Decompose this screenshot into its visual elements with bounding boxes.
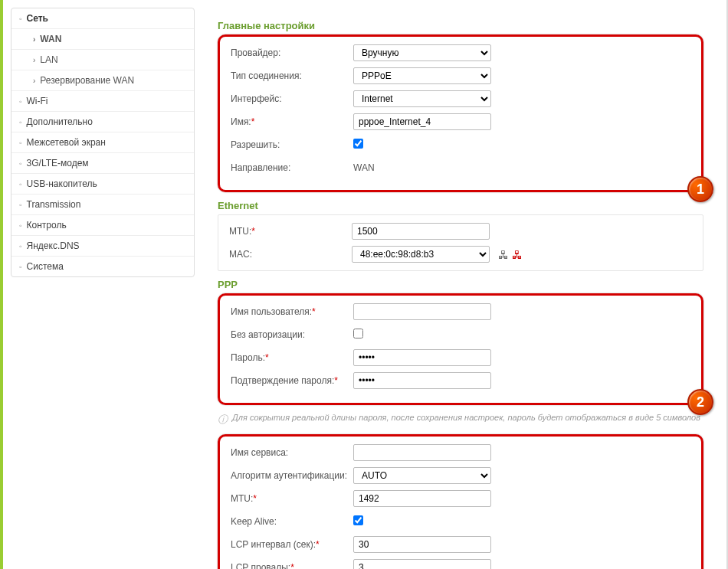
label-noauth: Без авторизации: [231,329,353,340]
nav-list: Сеть WAN LAN Резервирование WAN Wi-Fi До… [11,8,195,277]
sidebar-item-yandex-dns[interactable]: Яндекс.DNS [11,236,194,257]
label-direction: Направление: [231,162,353,173]
label-ppp-user: Имя пользователя:* [231,306,353,317]
label-auth-algo: Алгоритм аутентификации: [231,470,353,481]
input-ppp-pass[interactable] [353,349,491,366]
sidebar-item-firewall[interactable]: Межсетевой экран [11,132,194,153]
label-keepalive: Keep Alive: [231,516,353,527]
label-ppp-pass: Пароль:* [231,352,353,363]
label-conn-type: Тип соединения: [231,70,353,81]
sidebar: Сеть WAN LAN Резервирование WAN Wi-Fi До… [3,8,202,569]
sidebar-item-wifi[interactable]: Wi-Fi [11,91,194,112]
panel-ppp-auth: Имя пользователя:* Без авторизации: Паро… [218,293,703,405]
label-eth-mtu: MTU:* [229,226,352,237]
label-allow: Разрешить: [231,139,353,150]
select-auth-algo[interactable]: AUTO [353,467,491,484]
sidebar-item-wan[interactable]: WAN [11,29,194,50]
sidebar-item-usb[interactable]: USB-накопитель [11,174,194,195]
label-interface: Интерфейс: [231,93,353,104]
section-ppp-title: PPP [218,279,703,290]
checkbox-allow[interactable] [353,139,363,149]
input-lcp-interval[interactable] [353,536,491,553]
main-content: Главные настройки Провайдер: Вручную Тип… [202,8,726,569]
info-icon: ⓘ [218,413,228,427]
input-ppp-pass2[interactable] [353,372,491,389]
sidebar-item-lan[interactable]: LAN [11,50,194,70]
sidebar-item-network[interactable]: Сеть [11,8,194,29]
section-main-title: Главные настройки [218,20,703,31]
panel-main: Провайдер: Вручную Тип соединения: PPPoE… [218,34,703,192]
label-lcp-fail: LCP провалы:* [231,562,353,569]
label-lcp-interval: LCP интервал (сек):* [231,539,353,550]
panel-ppp-extra: Имя сервиса: Алгоритм аутентификации: AU… [218,434,703,569]
input-ppp-mtu[interactable] [353,490,491,507]
password-hint: ⓘ Для сокрытия реальной длины пароля, по… [218,413,703,427]
value-direction: WAN [353,162,690,173]
label-service: Имя сервиса: [231,447,353,458]
badge-1: 1 [687,176,713,202]
section-ethernet-title: Ethernet [218,200,703,211]
sidebar-item-3g-lte[interactable]: 3G/LTE-модем [11,153,194,174]
label-provider: Провайдер: [231,47,353,58]
label-name: Имя:* [231,116,353,127]
mac-reset-icon[interactable]: 🖧 [512,249,523,261]
mac-clone-icon[interactable]: 🖧 [498,249,509,261]
sidebar-item-advanced[interactable]: Дополнительно [11,112,194,132]
checkbox-keepalive[interactable] [353,515,363,525]
label-ppp-mtu: MTU:* [231,493,353,504]
label-mac: MAC: [229,249,352,260]
label-ppp-pass2: Подтверждение пароля:* [231,375,353,386]
select-conn-type[interactable]: PPPoE [353,67,491,84]
input-eth-mtu[interactable] [352,223,490,240]
input-lcp-fail[interactable] [353,559,491,569]
panel-ethernet: MTU:* MAC: 48:ee:0c:98:d8:b3 🖧 🖧 [218,214,703,271]
badge-2: 2 [687,389,713,415]
checkbox-noauth[interactable] [353,329,363,338]
input-service[interactable] [353,444,491,461]
select-provider[interactable]: Вручную [353,44,491,61]
sidebar-item-system[interactable]: Система [11,257,194,276]
sidebar-item-wan-backup[interactable]: Резервирование WAN [11,70,194,91]
sidebar-item-control[interactable]: Контроль [11,215,194,236]
select-mac[interactable]: 48:ee:0c:98:d8:b3 [352,246,490,263]
select-interface[interactable]: Internet [353,90,491,107]
sidebar-item-transmission[interactable]: Transmission [11,195,194,215]
input-ppp-user[interactable] [353,303,491,320]
input-name[interactable] [353,113,491,130]
